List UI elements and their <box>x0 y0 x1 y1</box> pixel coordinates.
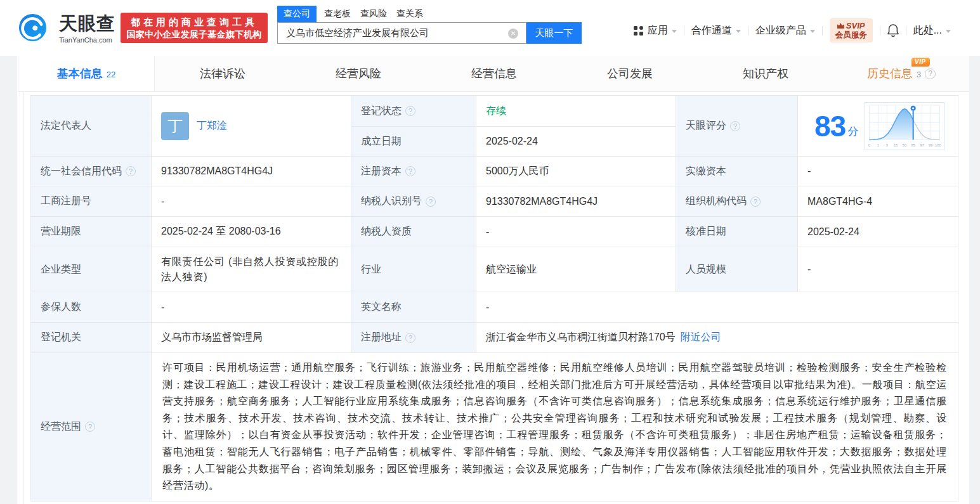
reg-no-value: - <box>152 186 351 217</box>
svip-label: SVIP <box>835 21 867 30</box>
axis-tick: 100 <box>935 143 941 147</box>
axis-tick: 50 <box>903 143 906 147</box>
axis-tick: 1 <box>877 143 879 147</box>
approval-date-value: 2025-02-24 <box>798 217 958 247</box>
menu-cooperation-label: 合作通道 <box>691 24 732 37</box>
chevron-down-icon <box>810 30 815 33</box>
legal-rep-link[interactable]: 丁郑淦 <box>197 120 227 131</box>
tab-history-info[interactable]: VIP 历史信息 3 ? <box>833 56 969 91</box>
user-account[interactable]: 此处... <box>913 24 951 37</box>
svip-member-button[interactable]: SVIP 会员服务 <box>830 18 873 42</box>
tab-label: 历史信息 <box>867 66 913 81</box>
menu-apps[interactable]: 应用 <box>634 24 677 37</box>
label-text: 法定代表人 <box>41 119 91 132</box>
field-label: 企业类型 <box>31 247 152 292</box>
label-text: 人员规模 <box>686 263 726 276</box>
axis-tick: 99 <box>929 143 932 147</box>
help-icon[interactable]: ? <box>405 106 415 116</box>
score-unit: 分 <box>847 124 858 139</box>
industry-value: 航空运输业 <box>476 247 676 292</box>
score-value[interactable]: 83 <box>814 112 846 141</box>
divider <box>906 26 906 36</box>
field-label: 英文名称 <box>351 292 476 323</box>
field-label: 经营范围? <box>31 353 152 501</box>
chevron-down-icon <box>672 30 677 33</box>
help-icon[interactable]: ? <box>405 333 415 343</box>
help-icon[interactable]: ? <box>426 197 436 207</box>
search-tab-company[interactable]: 查公司 <box>277 6 317 22</box>
search-tab-relation[interactable]: 查关系 <box>396 6 423 22</box>
tianyancha-company-page: 天眼查 TianYanCha.com 都在用的商业查询工具 国家中小企业发展子基… <box>0 0 980 504</box>
field-label: 天眼评分? <box>676 96 798 157</box>
nearby-companies-link[interactable]: 附近公司 <box>681 332 721 342</box>
tab-basic-info[interactable]: 基本信息 22 <box>18 56 155 91</box>
divider <box>822 26 823 36</box>
search-button[interactable]: 天眼一下 <box>526 22 582 44</box>
help-icon[interactable]: ? <box>730 121 740 131</box>
org-code-value: MA8GT4HG-4 <box>798 186 958 217</box>
notification-bell-icon[interactable] <box>887 23 899 37</box>
help-icon[interactable]: ? <box>126 166 136 176</box>
clear-search-icon[interactable]: ✕ <box>508 29 518 39</box>
table-row: 统一社会信用代码? 91330782MA8GT4HG4J 注册资本? 5000万… <box>31 157 958 186</box>
tab-label: 经营信息 <box>471 66 517 81</box>
help-icon[interactable]: ? <box>925 68 936 79</box>
search-box: ✕ 天眼一下 <box>277 22 582 44</box>
menu-enterprise[interactable]: 企业级产品 <box>755 24 815 37</box>
search-tab-boss[interactable]: 查老板 <box>324 6 351 22</box>
field-label: 登记状态? <box>351 96 476 127</box>
business-scope-value: 许可项目：民用机场运营；通用航空服务；飞行训练；旅游业务；民用航空器维修；民用航… <box>152 353 958 501</box>
top-header: 天眼查 TianYanCha.com 都在用的商业查询工具 国家中小企业发展子基… <box>0 0 980 56</box>
help-icon[interactable]: ? <box>405 166 415 176</box>
tab-label: 基本信息 <box>57 66 103 81</box>
tab-operation-info[interactable]: 经营信息 <box>426 56 562 91</box>
est-date-value: 2025-02-24 <box>476 127 676 157</box>
score-distribution-chart: 0 1 3 15 50 85 97 99 100 <box>865 102 944 150</box>
axis-tick: 85 <box>911 143 915 147</box>
tab-legal-proceedings[interactable]: 法律诉讼 <box>155 56 291 91</box>
field-label: 实缴资本 <box>676 157 798 186</box>
table-row: 经营范围? 许可项目：民用机场运营；通用航空服务；飞行训练；旅游业务；民用航空器… <box>31 353 958 501</box>
tab-count: 22 <box>107 70 115 79</box>
search-module: 查公司 查老板 查风险 查关系 ✕ 天眼一下 <box>277 5 582 44</box>
header-menu: 应用 合作通道 企业级产品 SVIP 会员服务 <box>627 18 958 43</box>
search-input-wrap: ✕ <box>277 22 526 44</box>
tianyancha-logo-text[interactable]: 天眼查 TianYanCha.com <box>59 14 115 44</box>
tab-company-development[interactable]: 公司发展 <box>562 56 698 91</box>
table-row: 参保人数 - 英文名称 - <box>31 292 958 323</box>
tab-intellectual-property[interactable]: 知识产权 <box>698 56 833 91</box>
insured-value: - <box>152 292 351 323</box>
label-text: 注册资本 <box>361 165 402 178</box>
field-label: 行业 <box>351 247 476 292</box>
help-icon[interactable]: ? <box>750 197 761 207</box>
taxpayer-id-value: 91330782MA8GT4HG4J <box>476 186 676 217</box>
search-tab-risk[interactable]: 查风险 <box>360 6 387 22</box>
crown-icon <box>837 23 844 29</box>
label-text: 营业期限 <box>41 225 81 238</box>
divider <box>684 26 684 36</box>
label-text: 登记机关 <box>41 331 81 344</box>
tab-operation-risk[interactable]: 经营风险 <box>291 56 426 91</box>
tianyancha-logo-icon[interactable] <box>18 13 47 42</box>
label-text: 参保人数 <box>41 300 81 314</box>
authority-value: 义乌市市场监督管理局 <box>152 323 351 353</box>
taxpayer-quality-value: - <box>476 217 676 247</box>
search-tabs: 查公司 查老板 查风险 查关系 <box>277 5 582 22</box>
menu-cooperation[interactable]: 合作通道 <box>691 24 741 37</box>
avatar[interactable]: 丁 <box>161 112 189 140</box>
field-label: 注册地址? <box>351 323 476 353</box>
tab-label: 知识产权 <box>743 66 788 81</box>
label-text: 天眼评分 <box>686 119 726 132</box>
divider <box>748 26 748 36</box>
address-value: 浙江省金华市义乌市稠江街道贝村路170号 <box>486 332 676 342</box>
field-label: 纳税人资质 <box>351 217 476 247</box>
tab-label: 经营风险 <box>336 66 381 81</box>
table-row: 登记机关 义乌市市场监督管理局 注册地址? 浙江省金华市义乌市稠江街道贝村路17… <box>31 323 958 353</box>
search-input[interactable] <box>278 23 526 43</box>
label-text: 行业 <box>361 263 381 276</box>
label-text: 核准日期 <box>686 225 726 238</box>
field-label: 统一社会信用代码? <box>31 157 152 186</box>
help-icon[interactable]: ? <box>85 422 95 432</box>
company-type-value: 有限责任公司 (非自然人投资或控股的法人独资) <box>152 247 351 292</box>
field-label: 营业期限 <box>31 217 152 247</box>
